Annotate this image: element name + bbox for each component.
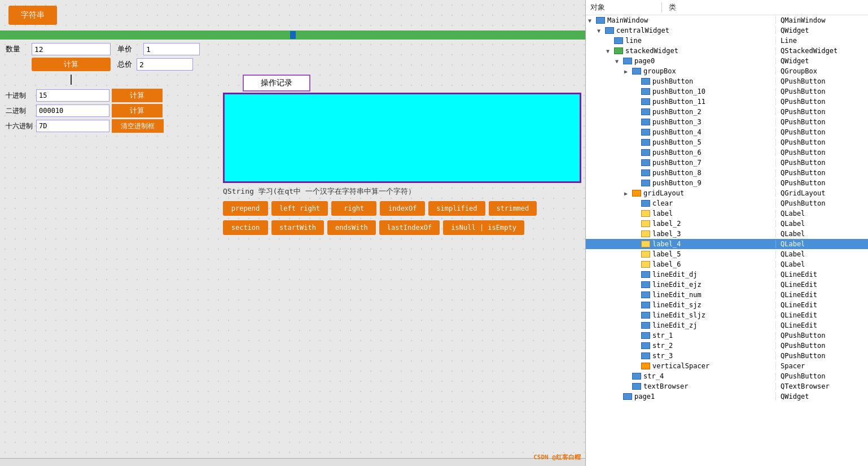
- qstring-label: QString 学习(在qt中 一个汉字在字符串中算一个字符）: [223, 186, 547, 197]
- tree-item-class: QPushButton: [775, 199, 866, 207]
- tree-item[interactable]: pushButton_9 QPushButton: [586, 178, 868, 188]
- startwith-button[interactable]: startWith: [271, 220, 324, 235]
- tree-item[interactable]: ▶ gridLayout QGridLayout: [586, 188, 868, 198]
- tree-item-name: str_3: [652, 352, 775, 360]
- indexof-button[interactable]: indexOf: [380, 201, 425, 216]
- tree-item[interactable]: pushButton_7 QPushButton: [586, 158, 868, 168]
- tree-item[interactable]: pushButton_5 QPushButton: [586, 137, 868, 147]
- string-button[interactable]: 字符串: [8, 6, 57, 25]
- tree-item-class: QPushButton: [775, 88, 866, 95]
- tree-item-icon: [641, 281, 650, 288]
- tree-item-name: label: [652, 210, 775, 217]
- zongjia-input[interactable]: [137, 58, 193, 71]
- tree-item[interactable]: line Line: [586, 36, 868, 46]
- lastindexof-button[interactable]: lastIndexOf: [379, 220, 440, 235]
- tree-item[interactable]: label QLabel: [586, 208, 868, 219]
- tree-item[interactable]: ▼ page0 QWidget: [586, 56, 868, 66]
- tree-item[interactable]: pushButton_2 QPushButton: [586, 107, 868, 117]
- hex-input[interactable]: [36, 120, 109, 132]
- horizontal-scrollbar[interactable]: [0, 458, 585, 466]
- tree-item-name: pushButton_11: [652, 98, 775, 106]
- tree-item[interactable]: label_5 QLabel: [586, 249, 868, 259]
- tree-item[interactable]: lineEdit_sjz QLineEdit: [586, 300, 868, 310]
- tree-item-class: QLabel: [775, 220, 866, 228]
- tree-item[interactable]: pushButton QPushButton: [586, 76, 868, 86]
- tree-item[interactable]: ▶ groupBox QGroupBox: [586, 66, 868, 76]
- tree-item-icon: [632, 68, 641, 75]
- tree-item[interactable]: pushButton_6 QPushButton: [586, 147, 868, 158]
- tree-item[interactable]: ▼ MainWindow QMainWindow: [586, 15, 868, 25]
- tree-item-class: QPushButton: [775, 77, 866, 85]
- tree-item-icon: [641, 169, 650, 176]
- prepend-button[interactable]: prepend: [223, 201, 268, 216]
- tree-item[interactable]: ▼ stackedWidget QStackedWidget: [586, 46, 868, 56]
- tree-item-icon: [641, 291, 650, 298]
- tree-item[interactable]: pushButton_11 QPushButton: [586, 97, 868, 107]
- tree-item[interactable]: str_3 QPushButton: [586, 351, 868, 361]
- tree-item-class: QPushButton: [775, 342, 866, 350]
- tree-item[interactable]: label_6 QLabel: [586, 259, 868, 269]
- tree-item[interactable]: pushButton_3 QPushButton: [586, 117, 868, 127]
- tree-item[interactable]: lineEdit_sljz QLineEdit: [586, 310, 868, 320]
- tree-item[interactable]: lineEdit_zj QLineEdit: [586, 320, 868, 330]
- shuliang-input[interactable]: [32, 43, 111, 55]
- tree-item-class: QPushButton: [775, 98, 866, 106]
- calc2-button[interactable]: 计算: [112, 104, 163, 117]
- bar-handle[interactable]: [290, 31, 296, 39]
- tree-item[interactable]: pushButton_4 QPushButton: [586, 127, 868, 137]
- isnull-isempty-button[interactable]: isNull | isEmpty: [443, 220, 524, 235]
- tree-item-name: verticalSpacer: [652, 362, 775, 370]
- tree-item[interactable]: label_3 QLabel: [586, 229, 868, 239]
- simplified-button[interactable]: simplified: [428, 201, 485, 216]
- tree-item-icon: [641, 322, 650, 329]
- tree-item-name: pushButton_9: [652, 179, 775, 187]
- tree-item-class: QGridLayout: [775, 189, 866, 197]
- tree-item-icon: [641, 210, 650, 217]
- calc1-button[interactable]: 计算: [112, 89, 163, 102]
- tree-item-name: label_4: [652, 240, 775, 248]
- decimal-input[interactable]: [36, 89, 109, 102]
- tree-item[interactable]: label_2 QLabel: [586, 219, 868, 229]
- left-right-button[interactable]: left right: [271, 201, 328, 216]
- tree-item-icon: [641, 352, 650, 359]
- tree-item[interactable]: ▼ centralWidget QWidget: [586, 25, 868, 36]
- endswith-button[interactable]: endsWith: [327, 220, 376, 235]
- binary-input[interactable]: [36, 104, 109, 117]
- tree-item-class: QLabel: [775, 240, 866, 248]
- tree-item-class: QMainWindow: [775, 16, 866, 24]
- clear-hex-button[interactable]: 清空进制框: [112, 119, 164, 133]
- calc-button[interactable]: 计算: [32, 58, 111, 71]
- tree-item[interactable]: str_2 QPushButton: [586, 341, 868, 351]
- right-button[interactable]: right: [331, 201, 376, 216]
- tree-item[interactable]: page1 QWidget: [586, 391, 868, 402]
- tree-item[interactable]: pushButton_8 QPushButton: [586, 168, 868, 178]
- tree-item[interactable]: textBrowser QTextBrowser: [586, 381, 868, 391]
- tree-item[interactable]: str_1 QPushButton: [586, 330, 868, 341]
- tree-item-icon: [596, 17, 605, 24]
- tree-item[interactable]: lineEdit_dj QLineEdit: [586, 269, 868, 280]
- tree-item-icon: [641, 119, 650, 125]
- tree-expand-arrow: ▶: [624, 68, 632, 75]
- tree-item[interactable]: label_4 QLabel: [586, 239, 868, 249]
- tree-item[interactable]: clear QPushButton: [586, 198, 868, 208]
- tree-item[interactable]: lineEdit_ejz QLineEdit: [586, 280, 868, 290]
- section-button[interactable]: section: [223, 220, 268, 235]
- tree-item-class: QPushButton: [775, 352, 866, 360]
- zongjia-label: 总价: [117, 59, 134, 69]
- op-log-button[interactable]: 操作记录: [243, 75, 310, 92]
- tree-item[interactable]: pushButton_10 QPushButton: [586, 86, 868, 97]
- cursor-indicator: [71, 75, 72, 85]
- tree-item[interactable]: lineEdit_num QLineEdit: [586, 290, 868, 300]
- tree-item-class: QPushButton: [775, 179, 866, 187]
- tree-item-class: QGroupBox: [775, 67, 866, 75]
- tree-item-class: QLineEdit: [775, 281, 866, 289]
- tree-item[interactable]: verticalSpacer Spacer: [586, 361, 868, 371]
- strimmed-button[interactable]: strimmed: [489, 201, 537, 216]
- tree-item[interactable]: str_4 QPushButton: [586, 371, 868, 381]
- danjia-input[interactable]: [143, 43, 200, 55]
- tree-item-name: clear: [652, 199, 775, 207]
- tree-item-icon: [632, 190, 641, 197]
- tree-item-name: stackedWidget: [625, 47, 775, 55]
- tree-item-icon: [641, 363, 650, 369]
- tree-item-name: str_4: [643, 372, 775, 380]
